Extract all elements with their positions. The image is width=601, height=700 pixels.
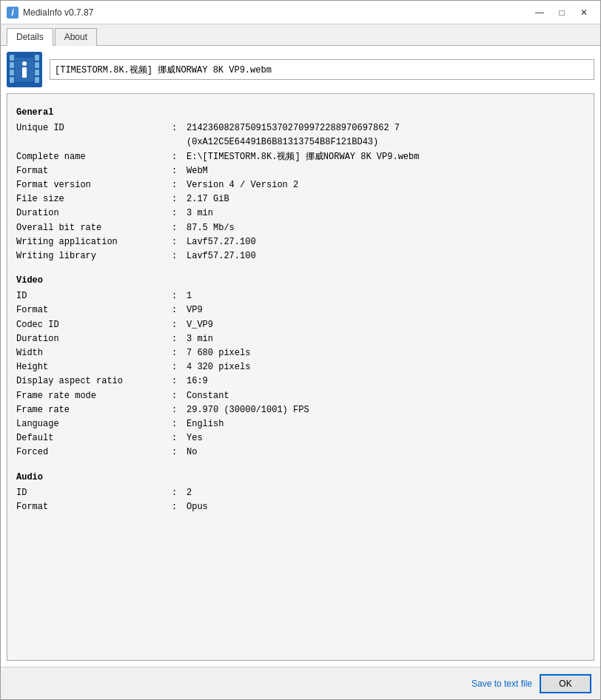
bottom-bar: Save to text file OK <box>1 667 600 699</box>
svg-rect-6 <box>35 62 39 68</box>
table-row: Frame rate mode : Constant <box>16 389 585 403</box>
app-icon-letter: i <box>11 7 14 18</box>
window-controls: — □ ✕ <box>529 5 594 20</box>
table-row: Format : WebM <box>16 164 585 178</box>
table-row: ID : 1 <box>16 289 585 303</box>
table-row: Writing application : Lavf57.27.100 <box>16 235 585 249</box>
main-window: i MediaInfo v0.7.87 — □ ✕ Details About <box>0 0 601 700</box>
title-bar: i MediaInfo v0.7.87 — □ ✕ <box>1 1 600 24</box>
table-row: Default : Yes <box>16 431 585 445</box>
info-panel: General Unique ID : 21423608287509153702… <box>7 93 594 661</box>
table-row: Codec ID : V_VP9 <box>16 318 585 332</box>
save-to-text-link[interactable]: Save to text file <box>471 679 532 689</box>
tab-details[interactable]: Details <box>7 28 53 46</box>
file-header <box>7 52 594 87</box>
table-row: Format : VP9 <box>16 303 585 317</box>
section-video: Video <box>16 274 585 288</box>
table-row: (0xA12C5E64491B6B81313754B8F121BD43) <box>16 135 585 149</box>
close-button[interactable]: ✕ <box>574 5 594 20</box>
svg-rect-3 <box>10 70 14 75</box>
svg-point-10 <box>22 61 27 66</box>
section-audio: Audio <box>16 471 585 485</box>
table-row: Frame rate : 29.970 (30000/1001) FPS <box>16 403 585 417</box>
svg-rect-7 <box>35 70 39 75</box>
table-row: Language : English <box>16 417 585 431</box>
table-row: Unique ID : 2142360828750915370270997228… <box>16 121 585 135</box>
svg-rect-2 <box>10 62 14 68</box>
table-row: Overall bit rate : 87.5 Mb/s <box>16 221 585 235</box>
section-general: General <box>16 106 585 120</box>
table-row: ID : 2 <box>16 486 585 500</box>
table-row: Writing library : Lavf57.27.100 <box>16 249 585 263</box>
svg-rect-1 <box>10 55 14 61</box>
content-area: General Unique ID : 21423608287509153702… <box>1 46 600 667</box>
table-row: Forced : No <box>16 445 585 460</box>
table-row: Width : 7 680 pixels <box>16 346 585 360</box>
table-row: Display aspect ratio : 16:9 <box>16 374 585 388</box>
table-row: File size : 2.17 GiB <box>16 192 585 206</box>
ok-button[interactable]: OK <box>540 674 591 693</box>
app-icon: i <box>7 7 19 18</box>
tab-bar: Details About <box>1 24 600 46</box>
file-name-input[interactable] <box>50 59 594 80</box>
window-title: MediaInfo v0.7.87 <box>23 7 529 18</box>
tab-about[interactable]: About <box>55 28 97 46</box>
svg-rect-4 <box>10 77 14 83</box>
info-content[interactable]: General Unique ID : 21423608287509153702… <box>7 94 594 660</box>
table-row: Format : Opus <box>16 500 585 514</box>
table-row: Complete name : E:\[TIMESTORM.8K.视频] 挪威N… <box>16 150 585 164</box>
maximize-button[interactable]: □ <box>551 5 572 20</box>
table-row: Duration : 3 min <box>16 206 585 221</box>
table-row: Format version : Version 4 / Version 2 <box>16 178 585 192</box>
minimize-button[interactable]: — <box>529 5 550 20</box>
svg-rect-11 <box>22 67 27 78</box>
svg-rect-8 <box>35 77 39 83</box>
table-row: Height : 4 320 pixels <box>16 360 585 374</box>
mediainfo-icon <box>7 52 42 87</box>
table-row: Duration : 3 min <box>16 332 585 346</box>
svg-rect-5 <box>35 55 39 61</box>
